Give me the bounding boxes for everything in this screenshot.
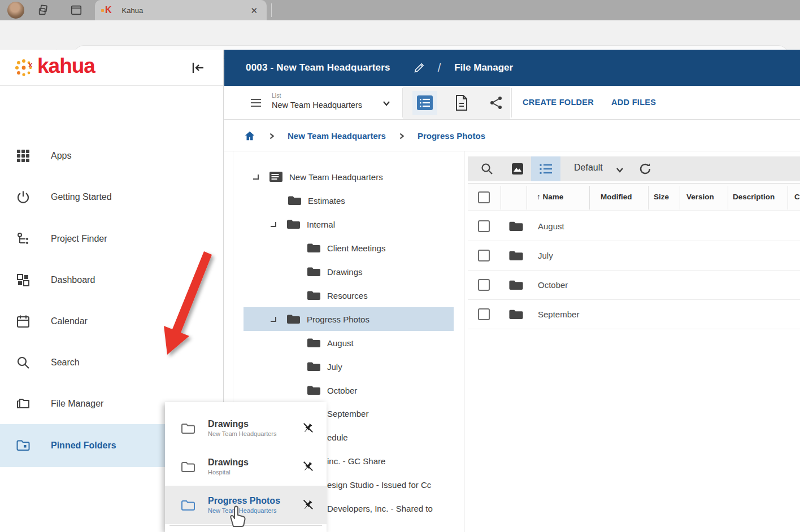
app-name: File Manager (454, 62, 513, 73)
project-title: 0003 - New Team Headquarters (246, 62, 390, 73)
row-checkbox[interactable] (478, 220, 490, 232)
row-checkbox[interactable] (478, 250, 490, 261)
browser-profile-avatar[interactable] (7, 2, 24, 19)
search-icon[interactable] (480, 162, 494, 176)
app-header-bar: 0003 - New Team Headquarters / File Mana… (224, 50, 800, 86)
tree-node[interactable]: Drawings (233, 260, 465, 284)
document-view-icon[interactable] (454, 94, 469, 111)
breadcrumb: New Team Headquarters Progress Photos (224, 121, 800, 151)
breadcrumb-item[interactable]: Progress Photos (418, 131, 485, 141)
tree-node[interactable]: Resources (233, 284, 465, 307)
power-icon (16, 190, 31, 204)
table-header: ↑ Name Modified Size Version Description… (468, 183, 800, 211)
select-all-checkbox[interactable] (478, 191, 490, 203)
home-icon[interactable] (244, 130, 256, 142)
refresh-icon[interactable] (638, 162, 652, 176)
search-icon (16, 355, 31, 370)
list-selector-value: New Team Headquarters (272, 101, 362, 110)
folder-icon (286, 219, 301, 230)
folder-icon (307, 385, 321, 396)
sidebar-collapse-icon[interactable] (190, 60, 206, 76)
sidebar-item-label: Pinned Folders (51, 441, 116, 451)
list-selector-caption: List (272, 92, 281, 99)
list-view-icon[interactable] (539, 162, 553, 176)
folder-icon (508, 308, 524, 320)
kahua-logo-icon: x (12, 56, 35, 79)
column-header-description[interactable]: Description (733, 193, 775, 201)
tree-node[interactable]: October (233, 378, 465, 402)
column-header-modified[interactable]: Modified (601, 193, 632, 201)
sidebar-item-label: Dashboard (51, 275, 95, 285)
file-row[interactable]: August (468, 212, 800, 241)
tree-expander-icon[interactable] (253, 175, 259, 180)
tab-close-icon[interactable]: ✕ (250, 6, 258, 15)
unpin-icon[interactable] (302, 460, 314, 473)
sidebar-item-apps[interactable]: Apps (0, 140, 224, 172)
tree-node-label: August (327, 338, 354, 348)
tree-node-label: Client Meetings (327, 243, 385, 253)
view-preset-dropdown[interactable]: Default (574, 163, 603, 173)
chevron-right-icon (268, 133, 275, 139)
tree-node-partial[interactable]: Developers, Inc. - Shared to (327, 497, 433, 521)
create-folder-button[interactable]: CREATE FOLDER (523, 98, 594, 107)
flyout-item-subtitle: Hospital (208, 469, 249, 476)
tree-node[interactable]: July (233, 355, 465, 378)
tree-node-selected[interactable]: Progress Photos (244, 307, 454, 331)
svg-text:x: x (28, 60, 33, 69)
project-root-icon (269, 171, 283, 182)
unpin-icon[interactable] (302, 499, 314, 511)
add-files-button[interactable]: ADD FILES (611, 98, 656, 107)
row-checkbox[interactable] (478, 279, 490, 291)
tree-node[interactable]: Estimates (233, 189, 465, 212)
column-header-name[interactable]: ↑ Name (537, 193, 563, 201)
header-separator: / (438, 62, 441, 75)
tree-node-root[interactable]: New Team Headquarters (233, 165, 465, 189)
file-row[interactable]: September (468, 300, 800, 329)
flyout-item-subtitle: New Team Headquarters (208, 430, 276, 437)
tree-node-label: Estimates (308, 196, 345, 206)
tree-node[interactable]: Client Meetings (233, 236, 465, 260)
row-checkbox[interactable] (478, 308, 490, 320)
sitemap-icon (16, 232, 31, 246)
tree-node-partial[interactable]: September (327, 402, 368, 426)
column-header-version[interactable]: Version (686, 193, 714, 201)
tree-node[interactable]: August (233, 331, 465, 355)
list-view-icon[interactable] (416, 94, 433, 111)
browser-url-row: https://devnextlaunch.kahua.com (0, 20, 800, 50)
view-icon-strip (403, 87, 510, 119)
tree-node-partial[interactable]: edule (327, 426, 348, 450)
tree-expander-icon[interactable] (271, 317, 276, 322)
tree-node-partial[interactable]: inc. - GC Share (327, 450, 385, 473)
folder-outline-icon (181, 422, 195, 434)
unpin-icon[interactable] (302, 422, 314, 434)
share-icon[interactable] (489, 95, 503, 110)
file-row-name: August (538, 221, 564, 231)
file-row[interactable]: October (468, 271, 800, 300)
edit-pencil-icon[interactable] (413, 62, 425, 74)
tree-node-label: October (327, 386, 357, 395)
sidebar-item-getting-started[interactable]: Getting Started (0, 181, 224, 213)
flyout-item-drawings-nth[interactable]: Drawings New Team Headquarters (165, 409, 327, 447)
flyout-item-drawings-hospital[interactable]: Drawings Hospital (165, 447, 327, 486)
column-header-size[interactable]: Size (654, 193, 669, 201)
folder-icon (307, 361, 321, 372)
thumbnail-view-icon[interactable] (511, 162, 524, 176)
file-row-name: July (538, 251, 553, 260)
tab-separator (271, 3, 272, 17)
file-row[interactable]: July (468, 241, 800, 271)
sidebar-item-label: Project Finder (51, 234, 107, 244)
folder-icon (307, 337, 321, 348)
tree-expander-icon[interactable] (271, 222, 276, 227)
folder-icon (307, 290, 321, 301)
breadcrumb-item[interactable]: New Team Headquarters (288, 131, 386, 141)
tree-node[interactable]: Internal (233, 212, 465, 236)
chevron-down-icon (382, 99, 390, 107)
list-menu-icon[interactable] (250, 98, 262, 108)
browser-window-icon[interactable] (70, 4, 82, 16)
browser-collections-icon[interactable] (37, 4, 50, 16)
tree-node-partial[interactable]: esign Studio - Issued for Cc (327, 473, 431, 497)
folder-outline-icon (181, 499, 195, 511)
browser-tab-kahua[interactable]: K Kahua ✕ (95, 0, 267, 20)
column-header-clipped[interactable]: C (794, 193, 800, 201)
folder-icon (508, 279, 524, 291)
